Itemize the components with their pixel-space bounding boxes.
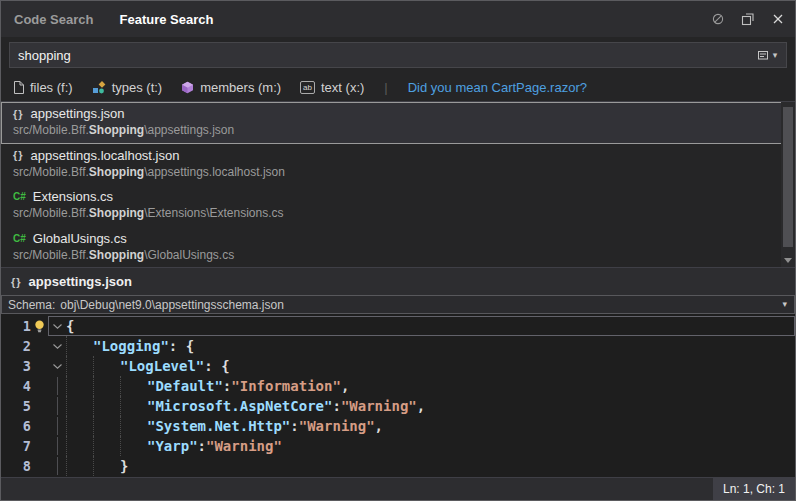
code-token: "Microsoft.AspNetCore": [147, 398, 332, 414]
glyph-margin: [31, 356, 48, 376]
code-token: : {: [169, 338, 194, 354]
line-number: 8: [1, 456, 31, 476]
code-token: "Warning": [341, 398, 417, 414]
results-scrollbar[interactable]: [781, 102, 795, 267]
line-number: 1: [1, 316, 31, 336]
filter-files-label: files (f:): [30, 80, 73, 95]
code-line-content[interactable]: "System.Net.Http": "Warning",: [48, 416, 795, 436]
code-line[interactable]: 3"LogLevel": {: [1, 356, 795, 376]
code-token: "Logging": [93, 338, 169, 354]
glyph-margin[interactable]: [31, 316, 48, 336]
result-filename: GlobalUsings.cs: [33, 231, 127, 246]
line-number: 3: [1, 356, 31, 376]
scroll-down-button[interactable]: [781, 254, 795, 266]
result-row[interactable]: {}appsettings.localhost.jsonsrc/Mobile.B…: [1, 144, 795, 186]
chevron-down-icon: ▾: [773, 50, 778, 60]
scrollbar-thumb[interactable]: [783, 107, 793, 247]
json-file-icon: {}: [11, 276, 22, 288]
popout-window-icon[interactable]: [740, 12, 755, 27]
code-line-content[interactable]: }: [48, 456, 795, 476]
preview-pane-header: {} appsettings.json: [1, 267, 795, 295]
indent-guide: [93, 376, 120, 396]
code-editor[interactable]: 1{2"Logging": {3"LogLevel": {4"Default":…: [1, 314, 795, 477]
glyph-margin: [31, 396, 48, 416]
code-line-content[interactable]: {: [48, 316, 795, 336]
glyph-margin: [31, 336, 48, 356]
search-input[interactable]: [10, 43, 748, 67]
json-file-icon: {}: [13, 108, 24, 120]
code-token: : {: [204, 358, 229, 374]
filter-files[interactable]: files (f:): [13, 80, 73, 95]
code-line[interactable]: 4"Default": "Information",: [1, 376, 795, 396]
indent-guide: [120, 376, 147, 396]
result-row[interactable]: C#GlobalUsings.cssrc/Mobile.Bff.Shopping…: [1, 227, 795, 268]
filter-members-label: members (m:): [200, 80, 281, 95]
code-token: :: [223, 378, 231, 394]
code-line[interactable]: 6"System.Net.Http": "Warning",: [1, 416, 795, 436]
code-token: "Warning": [299, 418, 375, 434]
fold-margin: [49, 437, 66, 455]
code-line[interactable]: 7"Yarp": "Warning": [1, 436, 795, 456]
code-token: {: [66, 318, 74, 334]
chevron-down-icon[interactable]: ▾: [782, 299, 787, 309]
fold-margin[interactable]: [49, 357, 66, 375]
code-line-content[interactable]: "Yarp": "Warning": [48, 436, 795, 456]
result-path: src/Mobile.Bff.Shopping\appsettings.loca…: [13, 165, 775, 179]
fold-chevron-icon: [53, 324, 62, 329]
filter-members[interactable]: members (m:): [181, 80, 281, 95]
code-line-content[interactable]: "Microsoft.AspNetCore": "Warning",: [48, 396, 795, 416]
code-line-content[interactable]: "LogLevel": {: [48, 356, 795, 376]
code-token: "LogLevel": [120, 358, 204, 374]
close-icon[interactable]: [770, 12, 785, 27]
indent-guide: [66, 336, 93, 356]
indent-guide: [66, 456, 93, 476]
indent-guide: [93, 396, 120, 416]
results-list: {}appsettings.jsonsrc/Mobile.Bff.Shoppin…: [1, 101, 795, 267]
code-line[interactable]: 1{: [1, 316, 795, 336]
fold-margin: [49, 377, 66, 395]
code-token: "Information": [231, 378, 341, 394]
fold-margin: [49, 397, 66, 415]
tab-code-search[interactable]: Code Search: [1, 12, 106, 27]
result-row[interactable]: C#Extensions.cssrc/Mobile.Bff.Shopping\E…: [1, 185, 795, 227]
code-line-content[interactable]: "Default": "Information",: [48, 376, 795, 396]
search-options-dropdown[interactable]: ▾: [748, 43, 786, 67]
types-icon: [92, 81, 106, 94]
indent-guide: [66, 396, 93, 416]
fold-margin[interactable]: [49, 317, 66, 335]
glyph-margin: [31, 416, 48, 436]
did-you-mean-link[interactable]: Did you mean CartPage.razor?: [408, 80, 587, 95]
schema-value: obj\Debug\net9.0\appsettingsschema.json: [60, 298, 283, 312]
code-line[interactable]: 5"Microsoft.AspNetCore": "Warning",: [1, 396, 795, 416]
code-token: ,: [375, 418, 383, 434]
filter-text[interactable]: ab text (x:): [300, 80, 364, 95]
filter-text-label: text (x:): [321, 80, 364, 95]
indent-guide: [120, 396, 147, 416]
status-bar: Ln: 1, Ch: 1: [1, 477, 795, 500]
indent-guide: [93, 436, 120, 456]
result-filename: appsettings.json: [31, 106, 125, 121]
filter-types[interactable]: types (t:): [92, 80, 163, 95]
tab-feature-search[interactable]: Feature Search: [106, 12, 226, 27]
result-path: src/Mobile.Bff.Shopping\appsettings.json: [13, 123, 775, 137]
code-line-content[interactable]: "Logging": {: [48, 336, 795, 356]
indent-guide: [120, 436, 147, 456]
fold-margin[interactable]: [49, 337, 66, 355]
json-file-icon: {}: [13, 149, 24, 161]
schema-combobox[interactable]: Schema: obj\Debug\net9.0\appsettingssche…: [1, 295, 795, 314]
result-filename: Extensions.cs: [33, 189, 113, 204]
window-controls: [710, 1, 785, 37]
fold-chevron-icon: [53, 344, 62, 349]
code-token: "Yarp": [147, 438, 198, 454]
code-line[interactable]: 2"Logging": {: [1, 336, 795, 356]
code-line[interactable]: 8}: [1, 456, 795, 476]
fold-margin: [49, 417, 66, 435]
indent-guide: [120, 416, 147, 436]
line-number: 4: [1, 376, 31, 396]
result-path: src/Mobile.Bff.Shopping\GlobalUsings.cs: [13, 248, 775, 262]
disable-preview-icon[interactable]: [710, 12, 725, 27]
indent-guide: [93, 356, 120, 376]
code-token: "System.Net.Http": [147, 418, 290, 434]
file-icon: [13, 81, 24, 94]
result-row[interactable]: {}appsettings.jsonsrc/Mobile.Bff.Shoppin…: [1, 102, 795, 144]
